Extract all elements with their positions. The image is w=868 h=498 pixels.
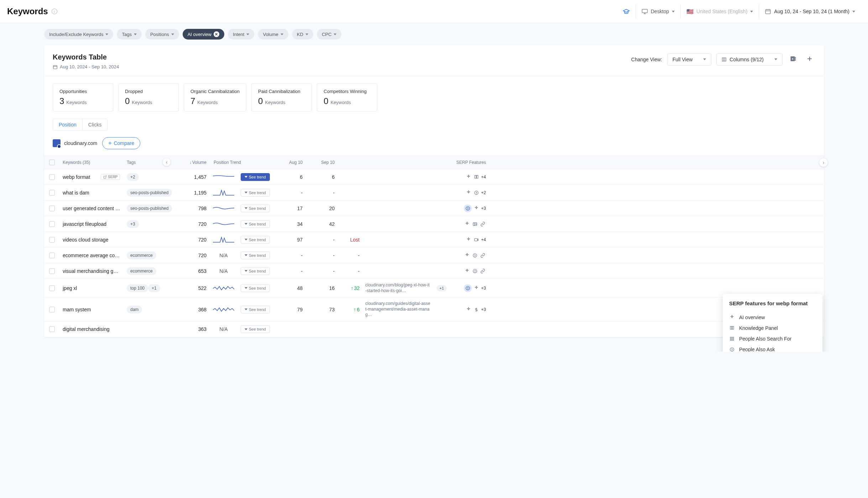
sparkle-icon[interactable] [464, 252, 470, 259]
keyword-text[interactable]: what is dam [63, 190, 89, 196]
education-icon[interactable] [617, 4, 636, 19]
sparkle-icon[interactable] [465, 306, 472, 313]
tag-pill[interactable]: ecommerce [127, 251, 156, 259]
keyword-text[interactable]: webp format [63, 174, 90, 180]
sparkle-icon[interactable] [465, 237, 472, 243]
tab-clicks[interactable]: Clicks [83, 119, 107, 130]
keyword-text[interactable]: javascript fileupload [63, 221, 106, 227]
see-trend-button[interactable]: See trend [241, 204, 270, 212]
tag-pill[interactable]: seo-posts-published [127, 204, 172, 212]
add-button[interactable] [804, 53, 815, 66]
keyword-text[interactable]: mam system [63, 307, 91, 312]
tag-pill[interactable]: dam [127, 306, 142, 313]
device-selector[interactable]: Desktop [636, 5, 680, 18]
see-trend-button[interactable]: See trend [241, 325, 270, 333]
see-trend-button[interactable]: See trend [241, 236, 270, 244]
tag-pill[interactable]: +3 [127, 220, 139, 228]
stat-card[interactable]: Paid Cannibalization 0 Keywords [251, 83, 312, 111]
qhl-icon[interactable] [464, 204, 472, 212]
popover-item[interactable]: Knowledge Panel [729, 323, 816, 333]
keyword-text[interactable]: jpeg xl [63, 285, 77, 291]
filter-chip[interactable]: Positions [145, 29, 179, 40]
stat-card[interactable]: Organic Cannibalization 7 Keywords [184, 83, 246, 111]
keyword-text[interactable]: ecommerce average conve… [63, 253, 121, 258]
tab-position[interactable]: Position [53, 119, 83, 130]
row-checkbox[interactable] [49, 307, 55, 312]
filter-chip[interactable]: CPC [317, 29, 341, 40]
columns-dropdown[interactable]: Columns (9/12) [716, 53, 783, 66]
filter-chip[interactable]: KD [292, 29, 313, 40]
serp-more-count[interactable]: +3 [481, 307, 486, 312]
popover-item[interactable]: People Also Ask [729, 344, 816, 352]
see-trend-button[interactable]: See trend [241, 251, 270, 259]
filter-chip[interactable]: Volume [258, 29, 288, 40]
filter-chip[interactable]: Include/Exclude Keywords [44, 29, 113, 40]
serp-link[interactable]: SERP [101, 174, 120, 180]
link-icon[interactable] [480, 252, 486, 259]
row-checkbox[interactable] [49, 326, 55, 332]
row-checkbox[interactable] [49, 285, 55, 291]
tag-pill[interactable]: +2 [127, 173, 139, 181]
export-excel-button[interactable]: X [788, 53, 799, 66]
col-tags[interactable]: Tags [124, 156, 177, 169]
url-more-count[interactable]: +1 [436, 285, 447, 291]
sparkle-icon[interactable] [464, 221, 470, 227]
row-checkbox[interactable] [49, 190, 55, 196]
serp-more-count[interactable]: +4 [481, 175, 486, 180]
video-icon[interactable] [473, 237, 480, 243]
date-range-selector[interactable]: Aug 10, 24 - Sep 10, 24 (1 Month) [759, 5, 861, 18]
book-icon[interactable] [473, 174, 480, 180]
sparkle-icon[interactable] [473, 285, 480, 291]
locale-selector[interactable]: 🇺🇸 United States (English) [680, 5, 759, 19]
col-volume[interactable]: ↓Volume [177, 156, 209, 169]
link-icon[interactable] [480, 268, 486, 274]
img-icon[interactable] [472, 221, 478, 227]
keyword-text[interactable]: visual merchandising guide… [63, 268, 121, 274]
see-trend-button[interactable]: See trend [241, 284, 270, 292]
serp-more-count[interactable]: +3 [481, 286, 486, 291]
tag-pill[interactable]: ecommerce [127, 267, 156, 275]
filter-chip[interactable]: Intent [228, 29, 255, 40]
see-trend-button[interactable]: See trend [241, 189, 270, 197]
row-checkbox[interactable] [49, 174, 55, 180]
q-icon[interactable] [472, 268, 478, 274]
col-position-trend[interactable]: Position Trend [209, 156, 273, 169]
col-keywords[interactable]: Keywords (35) [60, 156, 124, 169]
serp-more-count[interactable]: +3 [481, 206, 486, 211]
row-checkbox[interactable] [49, 221, 55, 227]
url-text[interactable]: cloudinary.com/blog/jpeg-xl-how-it-start… [365, 282, 431, 294]
row-checkbox[interactable] [49, 253, 55, 258]
sparkle-icon[interactable] [465, 190, 472, 196]
sparkle-icon[interactable] [465, 174, 472, 180]
see-trend-button[interactable]: See trend [241, 267, 270, 275]
serp-more-count[interactable]: +4 [481, 237, 486, 242]
info-icon[interactable]: i [52, 9, 57, 14]
serp-more-count[interactable]: +2 [481, 190, 486, 195]
sparkle-icon[interactable] [473, 205, 480, 212]
q-icon[interactable] [472, 252, 478, 259]
row-checkbox[interactable] [49, 237, 55, 243]
popover-item[interactable]: AI overview [729, 312, 816, 323]
close-icon[interactable]: ✕ [214, 31, 219, 37]
scroll-right-button[interactable]: › [819, 158, 828, 167]
filter-chip[interactable]: AI overview✕ [183, 29, 224, 40]
filter-chip[interactable]: Tags [117, 29, 141, 40]
tag-pill[interactable]: top 100 [127, 284, 148, 292]
col-sep10[interactable]: Sep 10 [305, 156, 338, 169]
view-mode-dropdown[interactable]: Full View [667, 53, 712, 66]
stat-card[interactable]: Dropped 0 Keywords [118, 83, 179, 111]
qhl-icon[interactable] [464, 284, 472, 292]
keyword-text[interactable]: videos cloud storage [63, 237, 108, 243]
dollar-icon[interactable] [473, 306, 480, 313]
sparkle-icon[interactable] [464, 268, 470, 274]
stat-card[interactable]: Competitors Winning 0 Keywords [317, 83, 377, 111]
row-checkbox[interactable] [49, 268, 55, 274]
q-icon[interactable] [473, 190, 480, 196]
row-checkbox[interactable] [49, 206, 55, 211]
col-aug10[interactable]: Aug 10 [273, 156, 305, 169]
select-all-checkbox[interactable] [49, 160, 55, 165]
keyword-text[interactable]: digital merchandising [63, 326, 110, 332]
link-icon[interactable] [480, 221, 486, 227]
compare-button[interactable]: + Compare [102, 137, 140, 149]
see-trend-button[interactable]: See trend [241, 306, 270, 313]
